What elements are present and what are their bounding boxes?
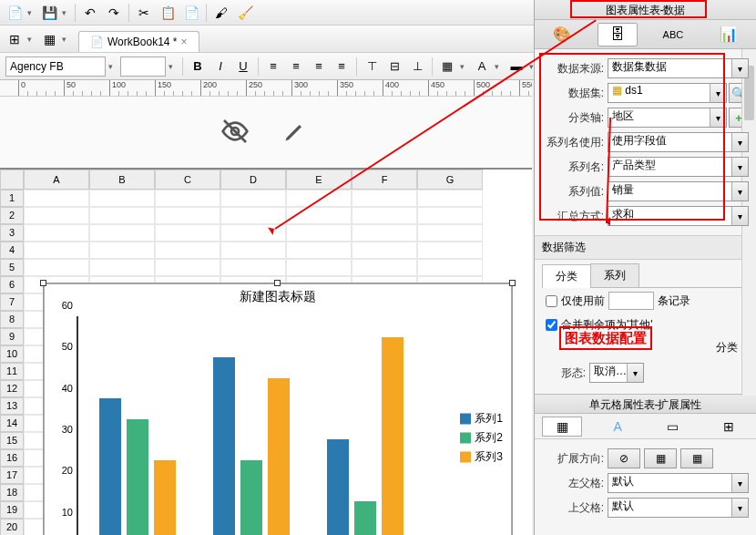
- cell[interactable]: [24, 224, 89, 242]
- bold-button[interactable]: B: [188, 57, 208, 77]
- series-name-use-select[interactable]: 使用字段值▾: [608, 132, 749, 152]
- font-color-icon[interactable]: A: [472, 57, 492, 77]
- row-header[interactable]: 6: [0, 276, 24, 293]
- cell[interactable]: [352, 190, 417, 207]
- panel-tab-text[interactable]: ABC: [653, 23, 693, 46]
- cell[interactable]: [417, 207, 483, 224]
- use-top-input[interactable]: [608, 292, 654, 310]
- save-icon[interactable]: 💾: [38, 3, 60, 23]
- col-header[interactable]: E: [286, 170, 352, 190]
- cell[interactable]: [286, 242, 352, 259]
- italic-button[interactable]: I: [210, 57, 230, 77]
- shape-select[interactable]: 取消…▾: [589, 363, 644, 383]
- cell[interactable]: [155, 242, 220, 259]
- row-header[interactable]: 3: [0, 224, 24, 242]
- cell[interactable]: [220, 242, 286, 259]
- copy-icon[interactable]: 📋: [157, 3, 179, 23]
- fill-color-icon[interactable]: ▬: [506, 57, 526, 77]
- cell[interactable]: [89, 207, 155, 224]
- chart-object[interactable]: 新建图表标题 0102030405060 分类1分类2分类3 系列1系列2系列3: [43, 283, 513, 535]
- col-header[interactable]: D: [220, 170, 286, 190]
- col-header[interactable]: C: [155, 170, 220, 190]
- broom-icon[interactable]: 🧹: [234, 3, 256, 23]
- cell[interactable]: [89, 190, 155, 207]
- undo-icon[interactable]: ↶: [79, 3, 101, 23]
- category-axis-select[interactable]: 地区▾: [608, 108, 727, 128]
- row-header[interactable]: 13: [0, 397, 24, 415]
- cell[interactable]: [286, 259, 352, 276]
- row-header[interactable]: 19: [0, 501, 24, 519]
- dataset-select[interactable]: ▦ ds1▾: [608, 83, 727, 103]
- cell[interactable]: [24, 242, 89, 259]
- row-header[interactable]: 2: [0, 207, 24, 224]
- row-header[interactable]: 4: [0, 242, 24, 259]
- panel-tab-style[interactable]: 🎨: [542, 23, 582, 46]
- cell[interactable]: [89, 242, 155, 259]
- row-header[interactable]: 14: [0, 415, 24, 432]
- font-select[interactable]: [5, 57, 106, 77]
- window-icon[interactable]: ⊞: [4, 29, 26, 49]
- row-header[interactable]: 7: [0, 293, 24, 311]
- merge-rest-checkbox[interactable]: [546, 319, 557, 331]
- cell[interactable]: [220, 259, 286, 276]
- cell[interactable]: [352, 224, 417, 242]
- row-header[interactable]: 15: [0, 432, 24, 449]
- cell[interactable]: [155, 207, 220, 224]
- cell[interactable]: [89, 259, 155, 276]
- valign-mid-icon[interactable]: ⊟: [384, 57, 404, 77]
- valign-top-icon[interactable]: ⊤: [362, 57, 382, 77]
- row-header[interactable]: 20: [0, 519, 24, 535]
- row-header[interactable]: 17: [0, 467, 24, 484]
- expand-h-button[interactable]: ▦: [644, 448, 677, 468]
- valign-bot-icon[interactable]: ⊥: [407, 57, 427, 77]
- summary-select[interactable]: 求和▾: [608, 206, 749, 226]
- align-justify-icon[interactable]: ≡: [332, 57, 352, 77]
- cell[interactable]: [352, 259, 417, 276]
- cell[interactable]: [155, 190, 220, 207]
- pen-icon[interactable]: [279, 115, 312, 148]
- align-left-icon[interactable]: ≡: [263, 57, 283, 77]
- cell[interactable]: [286, 190, 352, 207]
- cell[interactable]: [155, 224, 220, 242]
- col-header[interactable]: B: [89, 170, 155, 190]
- cell[interactable]: [417, 190, 483, 207]
- new-icon[interactable]: 📄: [4, 3, 26, 23]
- cell[interactable]: [24, 190, 89, 207]
- row-header[interactable]: 1: [0, 190, 24, 207]
- cell-tab-2[interactable]: A: [598, 417, 638, 437]
- cell-tab-4[interactable]: ⊞: [709, 417, 749, 437]
- col-header[interactable]: A: [24, 170, 89, 190]
- left-parent-select[interactable]: 默认▾: [608, 473, 749, 493]
- series-value-select[interactable]: 销量▾: [608, 181, 749, 201]
- redo-icon[interactable]: ↷: [103, 3, 125, 23]
- use-top-checkbox[interactable]: [546, 295, 557, 307]
- border-icon[interactable]: ▦: [437, 57, 457, 77]
- cell-tab-3[interactable]: ▭: [653, 417, 693, 437]
- expand-none-button[interactable]: ⊘: [608, 448, 640, 468]
- row-header[interactable]: 10: [0, 345, 24, 363]
- design-canvas[interactable]: [0, 97, 532, 170]
- eye-off-icon[interactable]: [219, 115, 251, 148]
- cell[interactable]: [417, 224, 483, 242]
- row-header[interactable]: 5: [0, 259, 24, 276]
- paste-icon[interactable]: 📄: [180, 3, 202, 23]
- close-icon[interactable]: ×: [180, 36, 187, 48]
- align-center-icon[interactable]: ≡: [286, 57, 306, 77]
- table-icon[interactable]: ▦: [38, 29, 60, 49]
- cell[interactable]: [155, 259, 220, 276]
- format-brush-icon[interactable]: 🖌: [210, 3, 232, 23]
- col-header[interactable]: G: [417, 170, 483, 190]
- font-size-select[interactable]: [120, 57, 166, 77]
- expand-v-button[interactable]: ▦: [680, 448, 713, 468]
- cut-icon[interactable]: ✂: [133, 3, 155, 23]
- subtab-category[interactable]: 分类: [542, 264, 591, 288]
- cell[interactable]: [24, 207, 89, 224]
- row-header[interactable]: 18: [0, 484, 24, 501]
- cell[interactable]: [286, 207, 352, 224]
- up-parent-select[interactable]: 默认▾: [608, 498, 749, 518]
- align-right-icon[interactable]: ≡: [309, 57, 329, 77]
- panel-tab-special[interactable]: 📊: [709, 23, 749, 46]
- cell[interactable]: [352, 207, 417, 224]
- cell[interactable]: [24, 259, 89, 276]
- datasource-select[interactable]: 数据集数据▾: [608, 58, 749, 78]
